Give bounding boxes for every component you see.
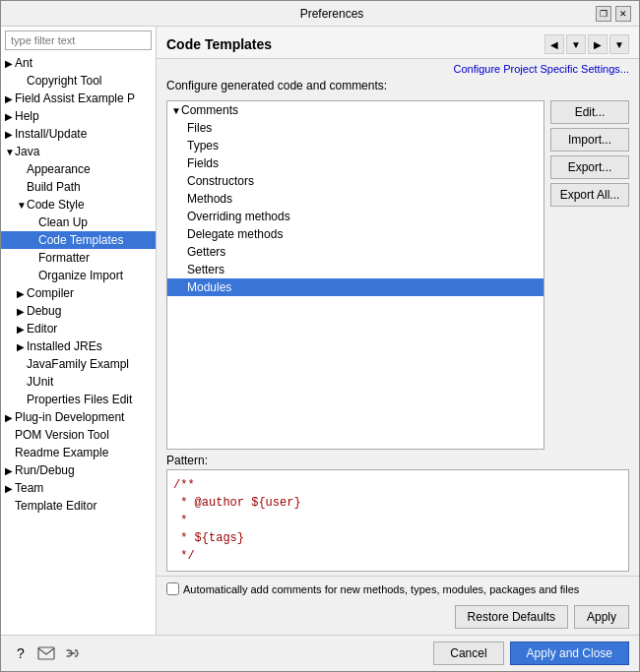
right-body: ▼ CommentsFilesTypesFieldsConstructorsMe… xyxy=(157,96,639,454)
tree-arrow: ▼ xyxy=(17,200,27,211)
tree-item[interactable]: ▼Code Style xyxy=(1,196,156,214)
tree-item[interactable]: Appearance xyxy=(1,160,156,178)
tree-item[interactable]: ▶Compiler xyxy=(1,284,156,302)
template-item[interactable]: Delegate methods xyxy=(167,225,544,243)
link-icon[interactable] xyxy=(62,643,82,663)
tree-item[interactable]: ▶Installed JREs xyxy=(1,337,156,355)
pattern-section: Pattern: /** * @author ${user} * * ${tag… xyxy=(157,454,639,576)
tree-item-label: Template Editor xyxy=(15,499,96,513)
pattern-box: /** * @author ${user} * * ${tags} */ xyxy=(166,469,629,572)
restore-window-button[interactable]: ❐ xyxy=(596,6,611,22)
preferences-window: Preferences ❐ ✕ ▶Ant Copyright Tool▶Fiel… xyxy=(0,0,640,672)
export-button[interactable]: Export... xyxy=(550,155,629,179)
template-item-label: Setters xyxy=(187,263,224,276)
tree-item[interactable]: JUnit xyxy=(1,373,156,391)
panel-title: Code Templates xyxy=(166,36,272,52)
tree-item[interactable]: ▼Java xyxy=(1,143,156,160)
template-item[interactable]: Modules xyxy=(167,278,544,296)
tree-arrow: ▶ xyxy=(5,58,15,69)
restore-defaults-button[interactable]: Restore Defaults xyxy=(455,605,568,629)
configure-link[interactable]: Configure Project Specific Settings... xyxy=(157,59,639,75)
tree-item-label: Team xyxy=(15,481,43,495)
template-item-label: Delegate methods xyxy=(187,227,283,241)
template-item-label: Files xyxy=(187,121,212,135)
template-item-label: Getters xyxy=(187,245,225,259)
tree-arrow: ▶ xyxy=(17,306,27,317)
tree-item[interactable]: Organize Import xyxy=(1,267,156,284)
tree-item[interactable]: Template Editor xyxy=(1,497,156,515)
tree-item-label: JavaFamily Exampl xyxy=(27,357,129,371)
window-title: Preferences xyxy=(68,7,596,21)
tree-item[interactable]: JavaFamily Exampl xyxy=(1,355,156,373)
tree-item[interactable]: Properties Files Edit xyxy=(1,391,156,408)
tree-item-label: Plug-in Development xyxy=(15,410,124,424)
tree-spacer xyxy=(5,501,15,512)
tree-item[interactable]: Formatter xyxy=(1,249,156,267)
tree-item[interactable]: Copyright Tool xyxy=(1,72,156,90)
tree-item-label: Code Style xyxy=(27,198,85,212)
tree-arrow: ▶ xyxy=(17,341,27,352)
back-button[interactable]: ◀ xyxy=(544,34,564,54)
edit-button[interactable]: Edit... xyxy=(550,100,629,124)
tree-item-label: Editor xyxy=(27,322,57,336)
pattern-line-3: * xyxy=(173,512,622,529)
template-item[interactable]: Fields xyxy=(167,154,544,172)
tree-spacer xyxy=(17,359,27,370)
tree-item-label: Install/Update xyxy=(15,127,87,141)
template-item[interactable]: Files xyxy=(167,119,544,137)
tree-item[interactable]: POM Version Tool xyxy=(1,426,156,444)
tree-item[interactable]: ▶Field Assist Example P xyxy=(1,90,156,107)
template-item[interactable]: Types xyxy=(167,137,544,154)
template-arrow: ▼ xyxy=(171,105,181,116)
tree-item[interactable]: ▶Plug-in Development xyxy=(1,408,156,426)
help-icon[interactable]: ? xyxy=(11,643,31,663)
tree-item[interactable]: ▶Editor xyxy=(1,320,156,337)
forward-dropdown-button[interactable]: ▼ xyxy=(609,34,629,54)
tree-item-label: POM Version Tool xyxy=(15,428,109,442)
tree-spacer xyxy=(29,235,38,246)
tree-arrow: ▶ xyxy=(5,465,15,476)
template-item[interactable]: Getters xyxy=(167,243,544,261)
back-dropdown-button[interactable]: ▼ xyxy=(566,34,586,54)
tree-item[interactable]: ▶Debug xyxy=(1,302,156,320)
forward-button[interactable]: ▶ xyxy=(588,34,608,54)
tree-spacer xyxy=(17,182,27,193)
export_all-button[interactable]: Export All... xyxy=(550,183,629,207)
template-item-label: Fields xyxy=(187,156,219,170)
template-item[interactable]: Constructors xyxy=(167,172,544,190)
tree-arrow: ▶ xyxy=(5,483,15,494)
tree-arrow: ▶ xyxy=(5,129,15,140)
right-header: Code Templates ◀ ▼ ▶ ▼ xyxy=(157,27,639,59)
email-icon[interactable] xyxy=(36,643,56,663)
tree-item[interactable]: Readme Example xyxy=(1,444,156,461)
cancel-button[interactable]: Cancel xyxy=(433,641,503,665)
footer: ? Cancel Apply and Close xyxy=(1,635,639,671)
close-window-button[interactable]: ✕ xyxy=(615,6,631,22)
template-item-label: Overriding methods xyxy=(187,210,290,223)
tree-item-label: Readme Example xyxy=(15,446,108,459)
pattern-line-5: */ xyxy=(173,547,622,565)
tree-item-label: Formatter xyxy=(38,251,90,265)
tree-item[interactable]: Build Path xyxy=(1,178,156,196)
tree-item[interactable]: ▶Team xyxy=(1,479,156,497)
tree-item[interactable]: ▶Install/Update xyxy=(1,125,156,143)
import-button[interactable]: Import... xyxy=(550,128,629,152)
template-item[interactable]: Setters xyxy=(167,261,544,278)
tree-item[interactable]: Code Templates xyxy=(1,231,156,249)
tree-item[interactable]: ▶Ant xyxy=(1,54,156,72)
left-panel: ▶Ant Copyright Tool▶Field Assist Example… xyxy=(1,27,157,635)
template-item[interactable]: ▼ Comments xyxy=(167,101,544,119)
tree-item[interactable]: ▶Run/Debug xyxy=(1,461,156,479)
template-item-label: Types xyxy=(187,139,219,153)
apply-and-close-button[interactable]: Apply and Close xyxy=(510,641,629,665)
tree-item[interactable]: Clean Up xyxy=(1,214,156,231)
tree-item-label: Appearance xyxy=(27,162,91,176)
auto-comments-label[interactable]: Automatically add comments for new metho… xyxy=(166,582,579,595)
pattern-line-2: * @author ${user} xyxy=(173,494,622,512)
template-item[interactable]: Overriding methods xyxy=(167,208,544,225)
auto-comments-checkbox[interactable] xyxy=(166,582,179,595)
apply-button[interactable]: Apply xyxy=(574,605,629,629)
tree-item[interactable]: ▶Help xyxy=(1,107,156,125)
filter-input[interactable] xyxy=(5,31,152,50)
template-item[interactable]: Methods xyxy=(167,190,544,208)
